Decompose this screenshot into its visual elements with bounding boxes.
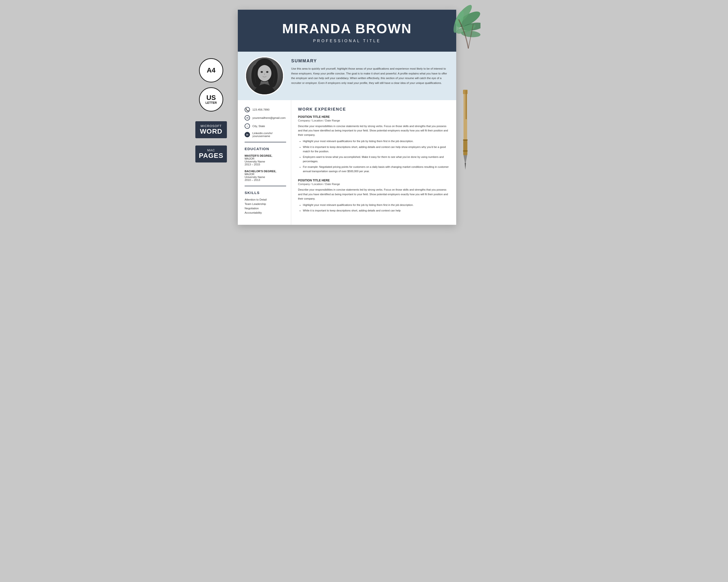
job-title-0: POSITION TITLE HERE — [298, 115, 449, 118]
job-entry-0: POSITION TITLE HERE Company / Location /… — [298, 115, 449, 173]
svg-point-21 — [266, 71, 269, 73]
svg-marker-11 — [465, 163, 466, 170]
pages-badge-top: MAC — [198, 148, 225, 152]
summary-section-title: SUMMARY — [291, 58, 449, 63]
job-bullets-1: Highlight your most relevant qualificati… — [298, 203, 449, 213]
edu-masters-years: 2013 – 2015 — [244, 163, 286, 166]
skill-item-0: Attention to Detail — [244, 198, 286, 201]
bullet-0-1: While it is important to keep descriptio… — [303, 145, 449, 154]
email-text: youremailhere@gmail.com — [252, 116, 286, 119]
summary-text: Use this area to quickly sell yourself, … — [291, 66, 449, 85]
bullet-0-0: Highlight your most relevant qualificati… — [303, 139, 449, 143]
us-letter-main: US — [207, 94, 216, 101]
left-sidebar: A4 US LETTER MICROSOFT WORD MAC PAGES — [194, 10, 228, 225]
contact-email: ✉ youremailhere@gmail.com — [244, 115, 286, 120]
pages-badge-bot: PAGES — [198, 152, 225, 160]
location-icon: ⌂ — [244, 123, 250, 129]
svg-rect-13 — [463, 150, 468, 151]
candidate-name: MIRANDA BROWN — [248, 22, 446, 35]
photo-placeholder — [246, 57, 283, 94]
a4-badge: A4 — [199, 58, 223, 82]
professional-title: PROFESSIONAL TITLE — [248, 39, 446, 43]
summary-section: SUMMARY Use this area to quickly sell yo… — [238, 52, 456, 100]
edu-masters-degree: MASTER'S DEGREE, — [244, 154, 286, 157]
contact-phone: 📞 123.456.7890 — [244, 107, 286, 112]
svg-rect-6 — [464, 92, 467, 150]
skill-item-1: Team Leadership — [244, 202, 286, 205]
svg-rect-12 — [463, 139, 468, 141]
svg-rect-8 — [466, 90, 467, 119]
edu-entry-bachelors: BACHELOR'S DEGREE, MAJOR University Name… — [244, 170, 286, 182]
job-desc-0: Describe your responsibilities in concis… — [298, 124, 449, 137]
job-title-1: POSITION TITLE HERE — [298, 179, 449, 182]
svg-rect-9 — [463, 141, 467, 155]
bullet-0-2: Employers want to know what you accompli… — [303, 155, 449, 163]
edu-bachelors-degree: BACHELOR'S DEGREE, — [244, 170, 286, 173]
job-sub-0: Company / Location / Date Range — [298, 119, 449, 122]
right-column: WORK EXPERIENCE POSITION TITLE HERE Comp… — [291, 100, 456, 225]
linkedin-icon: in — [244, 132, 250, 137]
job-desc-1: Describe your responsibilities in concis… — [298, 188, 449, 200]
edu-bachelors-major: MAJOR — [244, 173, 286, 175]
skill-item-2: Negotiation — [244, 207, 286, 210]
work-experience-title: WORK EXPERIENCE — [298, 107, 449, 112]
left-column: 📞 123.456.7890 ✉ youremailhere@gmail.com… — [238, 100, 291, 225]
svg-point-2 — [462, 21, 480, 32]
us-letter-badge: US LETTER — [199, 87, 223, 112]
edu-masters-major: MAJOR — [244, 157, 286, 160]
contact-location: ⌂ City, State — [244, 123, 286, 129]
job-sub-1: Company / Location / Date Range — [298, 183, 449, 186]
svg-point-4 — [461, 30, 480, 38]
job-entry-1: POSITION TITLE HERE Company / Location /… — [298, 179, 449, 213]
svg-point-20 — [261, 71, 263, 73]
job-bullets-0: Highlight your most relevant qualificati… — [298, 139, 449, 173]
skill-item-3: Accountability — [244, 211, 286, 214]
resume-body: 📞 123.456.7890 ✉ youremailhere@gmail.com… — [238, 100, 456, 225]
phone-text: 123.456.7890 — [252, 108, 269, 111]
word-badge-bot: WORD — [198, 128, 225, 135]
edu-bachelors-years: 2010 – 2013 — [244, 178, 286, 182]
phone-icon: 📞 — [244, 107, 250, 112]
edu-masters-school: University Name — [244, 160, 286, 163]
resume-header: MIRANDA BROWN PROFESSIONAL TITLE — [238, 10, 456, 52]
pen-decoration — [460, 87, 471, 170]
bullet-1-1: While it is important to keep descriptio… — [303, 208, 449, 213]
divider-skills — [244, 186, 286, 186]
resume-document: MIRANDA BROWN PROFESSIONAL TITLE — [238, 10, 456, 225]
linkedin-text: Linkedin.com/in/ yourusername — [252, 132, 286, 138]
skills-section-title: SKILLS — [244, 191, 286, 195]
edu-entry-masters: MASTER'S DEGREE, MAJOR University Name 2… — [244, 154, 286, 166]
email-icon: ✉ — [244, 115, 250, 120]
a4-badge-label: A4 — [207, 67, 215, 74]
word-badge-top: MICROSOFT — [198, 124, 225, 128]
mac-pages-badge: MAC PAGES — [196, 145, 227, 163]
microsoft-word-badge: MICROSOFT WORD — [196, 121, 227, 138]
contact-linkedin: in Linkedin.com/in/ yourusername — [244, 132, 286, 138]
svg-rect-7 — [463, 90, 468, 94]
svg-point-0 — [454, 8, 480, 30]
bullet-1-0: Highlight your most relevant qualificati… — [303, 203, 449, 207]
location-text: City, State — [252, 124, 265, 128]
profile-photo — [245, 56, 284, 95]
divider-education — [244, 142, 286, 142]
svg-marker-10 — [464, 155, 467, 165]
svg-point-5 — [455, 23, 476, 35]
edu-bachelors-school: University Name — [244, 175, 286, 178]
education-section-title: EDUCATION — [244, 147, 286, 151]
us-letter-sub: LETTER — [206, 101, 217, 105]
bullet-0-3: For example: Negotiated pricing points f… — [303, 165, 449, 173]
